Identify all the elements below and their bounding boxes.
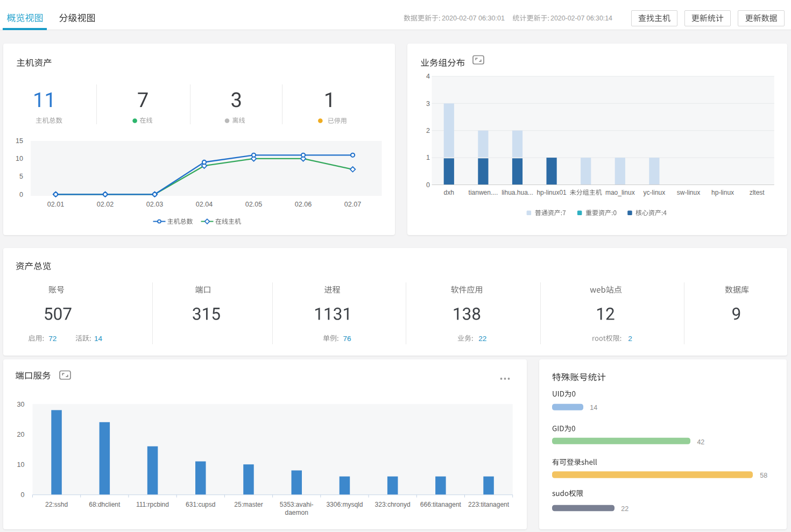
svg-text:0: 0 — [21, 491, 25, 499]
svg-text:666:titanagent: 666:titanagent — [420, 501, 462, 508]
svg-text:yc-linux: yc-linux — [644, 189, 666, 196]
svg-text:631:cupsd: 631:cupsd — [186, 501, 215, 508]
svg-text:20: 20 — [17, 431, 25, 438]
svg-text:1: 1 — [426, 154, 430, 161]
svg-text:10: 10 — [17, 461, 25, 469]
svg-text:hp-linux: hp-linux — [711, 189, 734, 196]
svg-text:02.03: 02.03 — [146, 201, 163, 208]
svg-text:2: 2 — [426, 127, 430, 134]
svg-text:15: 15 — [16, 137, 23, 145]
svg-text:02.05: 02.05 — [245, 201, 262, 208]
svg-text:58: 58 — [760, 472, 767, 479]
svg-text:72: 72 — [48, 335, 56, 343]
svg-text:323:chronyd: 323:chronyd — [375, 501, 411, 508]
svg-text:daemon: daemon — [285, 509, 308, 516]
svg-text:02.04: 02.04 — [196, 201, 213, 208]
svg-text:sw-linux: sw-linux — [677, 189, 700, 196]
svg-text:4: 4 — [426, 73, 430, 80]
svg-text:22: 22 — [621, 505, 628, 513]
svg-text:10: 10 — [16, 155, 23, 162]
svg-text:02.07: 02.07 — [344, 201, 361, 208]
svg-text:76: 76 — [343, 335, 351, 343]
svg-text:02.01: 02.01 — [47, 201, 64, 208]
svg-text:2020-02-07 06:30:01: 2020-02-07 06:30:01 — [442, 14, 505, 22]
svg-text:tianwen....: tianwen.... — [469, 189, 498, 196]
svg-text:42: 42 — [697, 438, 704, 446]
svg-text:02.02: 02.02 — [97, 201, 114, 208]
svg-text:5353:avahi-: 5353:avahi- — [280, 501, 314, 508]
svg-text:30: 30 — [17, 401, 25, 408]
svg-text:hp-linux01: hp-linux01 — [536, 189, 567, 196]
svg-text:5: 5 — [19, 173, 23, 180]
svg-text:dxh: dxh — [444, 189, 454, 196]
svg-text:22:sshd: 22:sshd — [45, 501, 68, 508]
svg-text:14: 14 — [590, 404, 597, 412]
svg-text:25:master: 25:master — [234, 501, 263, 508]
svg-text:zltest: zltest — [750, 189, 765, 196]
svg-text:68:dhclient: 68:dhclient — [89, 501, 121, 508]
svg-text:3306:mysqld: 3306:mysqld — [326, 501, 363, 508]
svg-text:lihua.hua...: lihua.hua... — [502, 189, 533, 196]
svg-text:14: 14 — [94, 335, 103, 343]
svg-text:2020-02-07 06:30:14: 2020-02-07 06:30:14 — [550, 14, 612, 22]
svg-text:mao_linux: mao_linux — [605, 189, 635, 196]
svg-text:2: 2 — [628, 335, 632, 343]
svg-text:3: 3 — [426, 100, 430, 108]
svg-text:0: 0 — [19, 191, 23, 198]
svg-text:02.06: 02.06 — [295, 201, 312, 208]
svg-text:111:rpcbind: 111:rpcbind — [136, 501, 169, 508]
svg-text:0: 0 — [426, 181, 430, 189]
svg-text:22: 22 — [478, 335, 486, 343]
svg-text:223:titanagent: 223:titanagent — [468, 501, 510, 508]
